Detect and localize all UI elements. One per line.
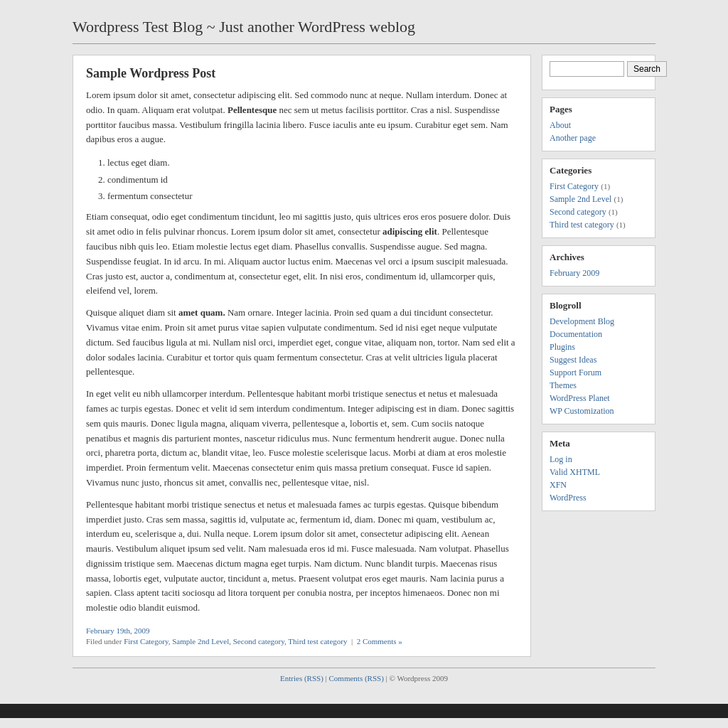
post-category-2[interactable]: Sample 2nd Level: [172, 637, 229, 646]
list-item: February 2009: [550, 267, 648, 279]
post-date[interactable]: February 19th, 2009: [86, 626, 518, 635]
list-item: Support Forum: [550, 367, 648, 378]
archive-feb-link[interactable]: February 2009: [550, 268, 599, 278]
list-item: lectus eget diam.: [107, 154, 518, 171]
footer: Entries (RSS) | Comments (RSS) | © Wordp…: [73, 668, 655, 682]
post-content: Lorem ipsum dolor sit amet, consectetur …: [86, 88, 518, 616]
cat-first-link[interactable]: First Category: [550, 181, 599, 191]
list-item: fermentum consectetur: [107, 188, 518, 204]
post-list: lectus eget diam. condimentum id ferment…: [107, 154, 518, 204]
post-paragraph-4: In eget velit eu nibh ullamcorper interd…: [86, 387, 518, 491]
post-title: Sample Wordpress Post: [86, 66, 518, 81]
list-item: XFN: [550, 479, 648, 491]
cat-second-level-count: (1): [614, 195, 623, 203]
blogroll-dev-link[interactable]: Development Blog: [550, 316, 614, 326]
cat-second-link[interactable]: Second category: [550, 207, 606, 217]
meta-xfn-link[interactable]: XFN: [550, 480, 567, 490]
cat-third-link[interactable]: Third test category: [550, 220, 614, 230]
list-item: Log in: [550, 454, 648, 465]
meta-login-link[interactable]: Log in: [550, 454, 572, 464]
list-item: Sample 2nd Level (1): [550, 193, 648, 205]
comments-rss-link[interactable]: Comments (RSS): [329, 674, 384, 682]
categories-list: First Category (1) Sample 2nd Level (1) …: [550, 181, 648, 230]
search-input[interactable]: [550, 61, 624, 77]
archives-widget: Archives February 2009: [542, 245, 655, 287]
site-title: Wordpress Test Blog ~ Just another WordP…: [73, 18, 655, 36]
cat-second-count: (1): [609, 208, 618, 216]
blogroll-wp-custom-link[interactable]: WP Customization: [550, 406, 614, 416]
meta-wordpress-link[interactable]: WordPress: [550, 493, 587, 503]
blogroll-widget: Blogroll Development Blog Documentation …: [542, 294, 655, 424]
meta-xhtml-link[interactable]: Valid XHTML: [550, 467, 600, 477]
pages-list: About Another page: [550, 119, 648, 144]
blogroll-wp-planet-link[interactable]: WordPress Planet: [550, 393, 610, 403]
pages-widget: Pages About Another page: [542, 97, 655, 151]
search-widget: Search: [542, 55, 655, 90]
pages-widget-title: Pages: [550, 104, 648, 115]
categories-widget: Categories First Category (1) Sample 2nd…: [542, 159, 655, 238]
post-category-4[interactable]: Third test category: [288, 637, 347, 646]
blogroll-docs-link[interactable]: Documentation: [550, 329, 602, 339]
list-item: First Category (1): [550, 181, 648, 192]
list-item: WP Customization: [550, 405, 648, 417]
categories-widget-title: Categories: [550, 165, 648, 176]
blogroll-widget-title: Blogroll: [550, 300, 648, 311]
archives-widget-title: Archives: [550, 252, 648, 263]
post-category-1[interactable]: First Category: [124, 637, 168, 646]
blogroll-plugins-link[interactable]: Plugins: [550, 342, 575, 352]
list-item: About: [550, 119, 648, 131]
list-item: WordPress: [550, 492, 648, 503]
list-item: Another page: [550, 132, 648, 144]
post-paragraph-2: Etiam consequat, odio eget condimentum t…: [86, 210, 518, 299]
meta-widget: Meta Log in Valid XHTML XFN WordPress: [542, 432, 655, 511]
search-button[interactable]: Search: [627, 61, 667, 77]
post-paragraph-1: Lorem ipsum dolor sit amet, consectetur …: [86, 88, 518, 147]
post-comments-link[interactable]: 2 Comments »: [357, 637, 402, 646]
page-about-link[interactable]: About: [550, 120, 571, 130]
meta-widget-title: Meta: [550, 438, 648, 449]
list-item: Themes: [550, 380, 648, 391]
list-item: Valid XHTML: [550, 466, 648, 478]
archives-list: February 2009: [550, 267, 648, 279]
list-item: Second category (1): [550, 206, 648, 218]
cat-first-count: (1): [601, 182, 610, 191]
list-item: Plugins: [550, 341, 648, 353]
page-another-link[interactable]: Another page: [550, 133, 596, 143]
list-item: condimentum id: [107, 171, 518, 188]
list-item: Suggest Ideas: [550, 354, 648, 365]
blogroll-themes-link[interactable]: Themes: [550, 380, 577, 390]
post-meta: February 19th, 2009 Filed under First Ca…: [86, 626, 518, 646]
list-item: WordPress Planet: [550, 392, 648, 404]
post-category-3[interactable]: Second category: [233, 637, 284, 646]
entries-rss-link[interactable]: Entries (RSS): [280, 674, 323, 682]
meta-list: Log in Valid XHTML XFN WordPress: [550, 454, 648, 503]
blogroll-list: Development Blog Documentation Plugins S…: [550, 316, 648, 417]
blogroll-support-link[interactable]: Support Forum: [550, 368, 601, 378]
cat-third-count: (1): [616, 220, 626, 229]
blogroll-suggest-link[interactable]: Suggest Ideas: [550, 355, 596, 365]
list-item: Third test category (1): [550, 219, 648, 230]
cat-second-level-link[interactable]: Sample 2nd Level: [550, 194, 611, 204]
list-item: Documentation: [550, 328, 648, 340]
bottom-bar: [0, 704, 728, 718]
list-item: Development Blog: [550, 316, 648, 327]
footer-copyright: © Wordpress 2009: [390, 674, 448, 682]
post-paragraph-5: Pellentesque habitant morbi tristique se…: [86, 498, 518, 616]
post-filed-under: Filed under: [86, 637, 124, 646]
post-paragraph-3: Quisque aliquet diam sit amet quam. Nam …: [86, 306, 518, 380]
